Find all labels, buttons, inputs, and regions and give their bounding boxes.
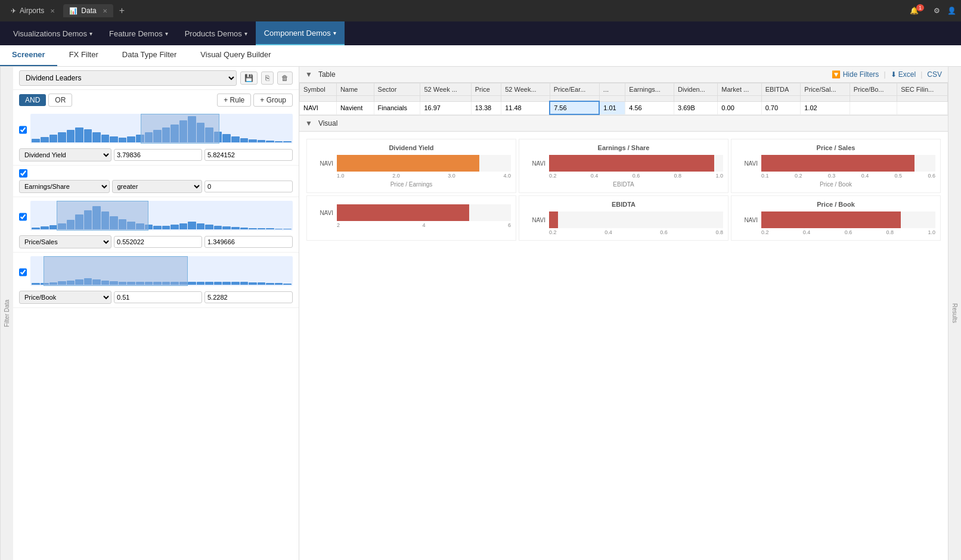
settings-button[interactable]: ⚙	[934, 7, 940, 15]
col-symbol[interactable]: Symbol	[300, 83, 337, 96]
filter-row-4-checkbox[interactable]	[19, 268, 27, 276]
col-extra[interactable]: ...	[599, 83, 625, 96]
filter-row-3-min[interactable]	[114, 236, 202, 248]
filter-row-1-checkbox[interactable]	[19, 126, 27, 134]
visual-section-title: Visual	[318, 119, 337, 127]
filter-row-2-field[interactable]: Earnings/Share	[19, 180, 110, 193]
col-earnings[interactable]: Earnings...	[625, 83, 674, 96]
notifications-button[interactable]: 🔔1	[910, 7, 926, 15]
col-price-bo[interactable]: Price/Bo...	[850, 83, 897, 96]
tab-airports-close[interactable]: ✕	[50, 8, 55, 14]
add-rule-button[interactable]: + Rule	[217, 94, 251, 107]
nav-component[interactable]: Component Demos ▾	[256, 21, 345, 45]
chart-ebidta: EBIDTA NAVI 0.2 0.4 0.6 0.8	[519, 195, 728, 241]
subnav-screener[interactable]: Screener	[0, 45, 57, 66]
filter-row-dividend-yield: Dividend Yield	[13, 110, 299, 166]
nav-feature[interactable]: Feature Demos ▾	[101, 21, 176, 45]
table-row[interactable]: NAVI Navient Financials 16.97 13.38 11.4…	[300, 101, 948, 114]
chart-2-axis: 0.2 0.4 0.6 0.8 1.0	[524, 173, 723, 179]
cell-price-ear: 7.56	[550, 101, 599, 114]
table-section-actions: 🔽 Hide Filters | ⬇ Excel | CSV	[832, 70, 942, 79]
col-dividen[interactable]: Dividen...	[674, 83, 718, 96]
filter-row-3-max[interactable]	[204, 236, 293, 248]
cell-dividen: 3.69B	[674, 101, 718, 114]
filter-row-price-sales: Price/Sales	[13, 197, 299, 253]
filter-row-2-operator[interactable]: greater	[112, 180, 203, 193]
chart-1-bar-fill	[337, 155, 479, 172]
tab-data-close[interactable]: ✕	[103, 8, 107, 14]
filter-row-4-max[interactable]	[204, 291, 293, 303]
chart-1-bar-track	[337, 155, 511, 172]
hist-bar	[249, 139, 257, 142]
filter-row-4-field[interactable]: Price/Book	[19, 291, 111, 304]
filter-row-1-min[interactable]	[114, 149, 202, 161]
hide-filters-btn[interactable]: 🔽 Hide Filters	[832, 70, 879, 79]
filter-row-2-checkbox[interactable]	[19, 169, 27, 178]
nav-component-label: Component Demos	[264, 29, 331, 38]
nav-visualizations[interactable]: Visualizations Demos ▾	[5, 21, 101, 45]
chart-1-axis: 1.0 2.0 3.0 4.0	[312, 173, 511, 179]
cell-price-bo	[850, 101, 897, 114]
hist-bar	[101, 135, 110, 142]
col-sector[interactable]: Sector	[374, 83, 420, 96]
col-price[interactable]: Price	[471, 83, 501, 96]
chart-5-bar-label: NAVI	[524, 217, 545, 223]
hist-bar	[283, 141, 292, 142]
right-panel: ▼ Table 🔽 Hide Filters | ⬇ Excel | CSV S…	[299, 67, 948, 560]
filter-row-1-max[interactable]	[204, 149, 293, 161]
chart-4-bar-label: NAVI	[312, 210, 333, 216]
chart-price-book: Price / Book NAVI 0.2 0.4 0.6 0.	[731, 195, 941, 241]
filter-save-btn[interactable]: 💾	[240, 71, 258, 85]
and-button[interactable]: AND	[19, 94, 46, 106]
filter-row-1-field[interactable]: Dividend Yield	[19, 148, 111, 161]
visual-collapse-btn[interactable]: ▼	[305, 119, 312, 127]
col-52weekb[interactable]: 52 Week...	[501, 83, 550, 96]
or-button[interactable]: OR	[48, 94, 72, 107]
data-table: Symbol Name Sector 52 Week ... Price 52 …	[299, 83, 948, 115]
table-collapse-btn[interactable]: ▼	[305, 70, 312, 79]
tab-airports-label: Airports	[20, 7, 44, 15]
filter-row-2-min[interactable]	[204, 181, 293, 192]
col-name[interactable]: Name	[336, 83, 374, 96]
filter-copy-btn[interactable]: ⎘	[261, 71, 274, 85]
nav-products-arrow: ▾	[244, 30, 247, 37]
chart-5-bar-track	[549, 211, 723, 228]
chart-1-xlabel: Price / Earnings	[312, 181, 511, 188]
filter-row-4-min[interactable]	[114, 291, 202, 303]
col-price-ear[interactable]: Price/Ear...	[550, 83, 599, 96]
excel-btn[interactable]: ⬇ Excel	[891, 70, 916, 79]
subnav-fx-filter[interactable]: FX Filter	[57, 45, 110, 66]
filter-row-price-book: Price/Book	[13, 253, 299, 308]
col-market[interactable]: Market ...	[718, 83, 761, 96]
hist-bar	[266, 141, 274, 142]
tab-airports[interactable]: ✈ Airports ✕	[5, 4, 61, 17]
col-sec[interactable]: SEC Filin...	[897, 83, 948, 96]
chart-earnings-share: Earnings / Share NAVI 0.2 0.4 0.6	[519, 139, 728, 193]
left-panel: Dividend Leaders 💾 ⎘ 🗑 AND OR + Rule + G…	[13, 67, 299, 560]
table-header-row: Symbol Name Sector 52 Week ... Price 52 …	[300, 83, 948, 96]
tab-data[interactable]: 📊 Data ✕	[63, 4, 113, 17]
col-52week[interactable]: 52 Week ...	[420, 83, 471, 96]
nav-products[interactable]: Products Demos ▾	[176, 21, 256, 45]
csv-btn[interactable]: CSV	[927, 70, 942, 79]
subnav-data-type-filter[interactable]: Data Type Filter	[110, 45, 189, 66]
hist-bar	[67, 130, 75, 142]
col-price-sal[interactable]: Price/Sal...	[801, 83, 850, 96]
nav-component-arrow: ▾	[333, 30, 336, 36]
new-tab-button[interactable]: +	[116, 5, 128, 16]
chart-4-bars: NAVI	[312, 204, 511, 221]
filter-preset-select[interactable]: Dividend Leaders	[19, 70, 237, 86]
filter-delete-btn[interactable]: 🗑	[277, 71, 293, 85]
subnav-visual-query[interactable]: Visual Query Builder	[188, 45, 283, 66]
col-ebitda[interactable]: EBITDA	[761, 83, 801, 96]
chart-2-bar-track	[549, 155, 723, 172]
filter-row-3-field[interactable]: Price/Sales	[19, 235, 111, 248]
cell-sec	[897, 101, 948, 114]
filter-row-3-checkbox[interactable]	[19, 213, 27, 221]
add-group-button[interactable]: + Group	[253, 94, 293, 107]
chart-5-title: EBIDTA	[524, 201, 723, 208]
histogram-price-sales	[30, 201, 293, 231]
chart-4-bar-track	[337, 204, 511, 221]
chart-3-bar-track	[761, 155, 935, 172]
user-button[interactable]: 👤	[947, 7, 956, 15]
